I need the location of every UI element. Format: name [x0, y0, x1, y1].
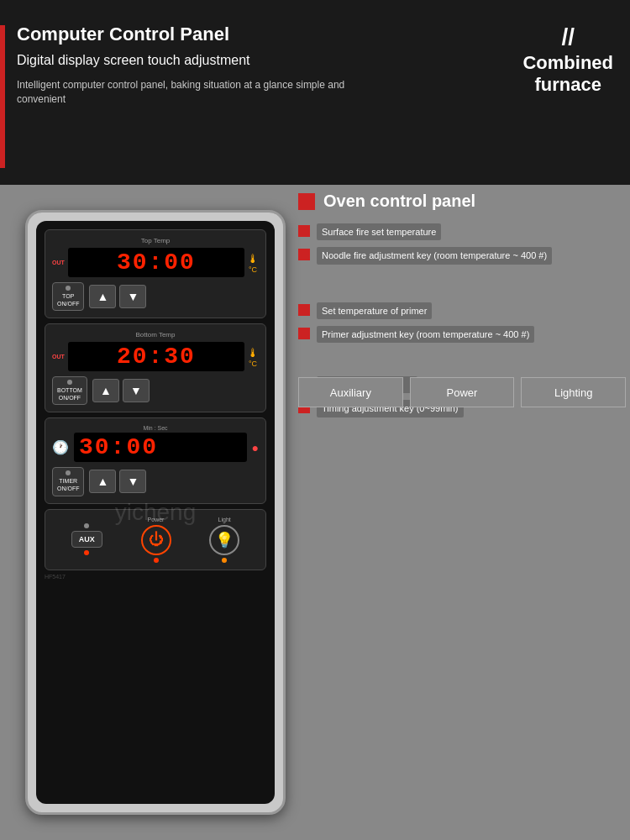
- bottom-temp-label: Bottom Temp: [52, 331, 259, 339]
- bottom-up-btn[interactable]: ▲: [92, 379, 119, 402]
- top-btn-row: TOP ON/OFF ▲ ▼: [52, 282, 259, 311]
- bottom-onoff-btn[interactable]: BOTTOM ON/OFF: [52, 376, 87, 405]
- timer-up-btn[interactable]: ▲: [89, 470, 116, 493]
- thermometer-icon: 🌡: [247, 252, 259, 265]
- auxiliary-label: Auxiliary: [330, 386, 371, 399]
- top-temp-unit: 🌡 °C: [247, 252, 259, 274]
- ann-set-primer: Set temperature of primer: [298, 302, 626, 319]
- main-content: yicheng Top Temp OUT 30:00 🌡 °C TOP: [0, 185, 630, 840]
- ann3: Set temperature of primer: [298, 302, 626, 319]
- timer-dot: ●: [252, 441, 259, 454]
- aux-item: AUX: [71, 523, 102, 555]
- header-description: Intelligent computer control panel, baki…: [17, 78, 353, 107]
- bottom-temp-display: 20:30: [68, 342, 244, 371]
- timer-header: 🕐 30:00 ●: [52, 433, 259, 462]
- power-item: Power ⏻: [141, 517, 171, 563]
- light-item: Light 💡: [209, 517, 239, 563]
- power-red-dot: [154, 558, 159, 563]
- model-number: HF5417: [45, 574, 266, 580]
- oven-title-row: Oven control panel: [298, 192, 626, 211]
- light-label: Light: [218, 517, 231, 522]
- bottom-btn-row: BOTTOM ON/OFF ▲ ▼: [52, 376, 259, 405]
- top-down-btn[interactable]: ▼: [119, 285, 146, 308]
- ann1: Surface fire set temperature: [298, 223, 626, 240]
- header-section: Computer Control Panel Digital display s…: [0, 0, 630, 185]
- thermometer-icon-2: 🌡: [247, 346, 259, 360]
- oven-title-red-square: [298, 193, 315, 210]
- light-button[interactable]: 💡: [209, 525, 239, 555]
- bottom-arrow-btns: ▲ ▼: [92, 379, 150, 402]
- ann-sq-4: [298, 328, 310, 339]
- red-accent-bar: [0, 25, 5, 168]
- bottom-temp-display-row: OUT 20:30 🌡 °C: [52, 342, 259, 371]
- timer-down-btn[interactable]: ▼: [119, 470, 146, 493]
- bottom-temp-section: Bottom Temp OUT 20:30 🌡 °C BOTTOM ON/OFF: [45, 323, 266, 412]
- clock-icon: 🕐: [52, 439, 69, 455]
- timer-display: 30:00: [74, 433, 247, 462]
- header-text-group: Computer Control Panel Digital display s…: [17, 24, 353, 106]
- ann-sq-1: [298, 225, 310, 237]
- aux-section: AUX Power ⏻ Light 💡: [45, 509, 266, 570]
- ann-text-2: Noodle fire adjustment key (room tempera…: [317, 247, 552, 264]
- bottom-out-label: OUT: [52, 354, 65, 360]
- top-up-btn[interactable]: ▲: [89, 285, 116, 308]
- top-temp-section: Top Temp OUT 30:00 🌡 °C TOP ON/OFF: [45, 229, 266, 318]
- min-sec-label: Min : Sec: [52, 425, 259, 431]
- ann4: Primer adjustment key (room temperature …: [298, 326, 626, 343]
- aux-row: AUX Power ⏻ Light 💡: [52, 517, 259, 563]
- bottom-down-btn[interactable]: ▼: [123, 379, 150, 402]
- power-button[interactable]: ⏻: [141, 525, 171, 555]
- timer-onoff-btn[interactable]: TIMER ON/OFF: [52, 467, 84, 496]
- light-orange-dot: [222, 558, 227, 563]
- power-label-box: Power: [410, 377, 515, 407]
- brand-quotes: //: [522, 25, 613, 49]
- timer-btn-row: TIMER ON/OFF ▲ ▼: [52, 467, 259, 496]
- panel-device: yicheng Top Temp OUT 30:00 🌡 °C TOP: [25, 210, 286, 815]
- ann-text-3: Set temperature of primer: [317, 302, 432, 319]
- ann-text-1: Surface fire set temperature: [317, 223, 441, 240]
- auxiliary-label-box: Auxiliary: [298, 377, 403, 407]
- right-panel: Oven control panel Surface fire set temp…: [298, 185, 626, 424]
- bottom-labels-row: Auxiliary Power Lighting: [298, 377, 626, 407]
- lighting-label-box: Lighting: [521, 377, 626, 407]
- header-subtitle: Digital display screen touch adjustment: [17, 52, 269, 70]
- brand-name: Combined furnace: [522, 52, 613, 97]
- top-out-label: OUT: [52, 260, 65, 265]
- aux-red-dot: [84, 550, 89, 555]
- top-temp-display: 30:00: [68, 248, 244, 277]
- timer-section: Min : Sec 🕐 30:00 ● TIMER ON/OFF ▲ ▼: [45, 417, 266, 503]
- power-label: Power: [148, 517, 165, 522]
- top-onoff-btn[interactable]: TOP ON/OFF: [52, 282, 84, 311]
- aux-dot: [84, 523, 89, 528]
- ann-sq-2: [298, 249, 310, 260]
- power-label-bottom: Power: [447, 386, 478, 399]
- page-title: Computer Control Panel: [17, 24, 353, 45]
- ann-surface-fire: Surface fire set temperature: [298, 223, 626, 240]
- ann2: Noodle fire adjustment key (room tempera…: [298, 247, 626, 264]
- bottom-temp-unit: 🌡 °C: [247, 346, 259, 368]
- ann-primer-adj: Primer adjustment key (room temperature …: [298, 326, 626, 343]
- ann-sq-3: [298, 304, 310, 316]
- aux-button[interactable]: AUX: [71, 531, 102, 548]
- ann-noodle-fire: Noodle fire adjustment key (room tempera…: [298, 247, 626, 264]
- oven-title-text: Oven control panel: [323, 192, 475, 211]
- top-temp-label: Top Temp: [52, 237, 259, 244]
- lighting-label: Lighting: [554, 386, 593, 399]
- top-temp-display-row: OUT 30:00 🌡 °C: [52, 248, 259, 277]
- panel-inner: yicheng Top Temp OUT 30:00 🌡 °C TOP: [36, 221, 275, 804]
- top-arrow-btns: ▲ ▼: [89, 285, 146, 308]
- ann-text-4: Primer adjustment key (room temperature …: [317, 326, 534, 343]
- brand-area: // Combined furnace: [522, 25, 613, 97]
- timer-arrow-btns: ▲ ▼: [89, 470, 146, 493]
